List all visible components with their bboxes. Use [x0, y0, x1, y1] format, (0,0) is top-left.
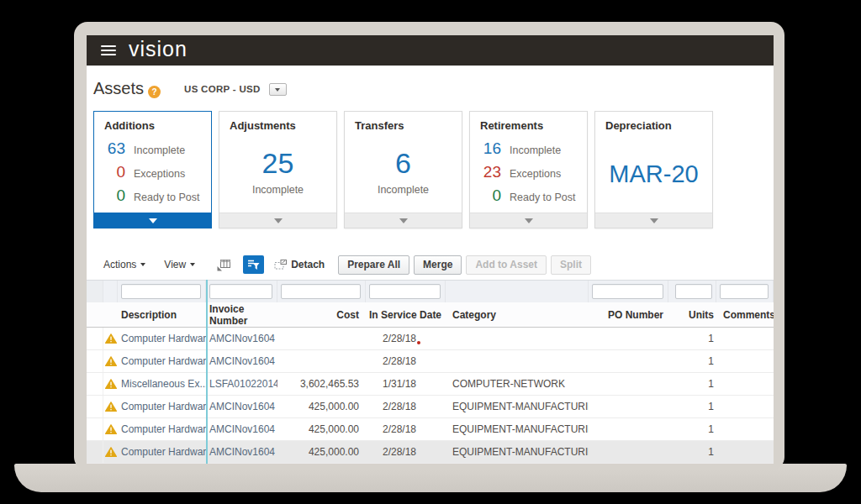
- cell-invoice[interactable]: AMCINov1604: [209, 401, 275, 412]
- cell-description[interactable]: Computer Hardware: [121, 423, 206, 435]
- stat-value[interactable]: 0: [470, 186, 501, 205]
- cell-description[interactable]: Computer Hardware: [121, 446, 206, 458]
- detach-button[interactable]: Detach: [274, 259, 325, 270]
- col-header-invoice[interactable]: Invoice Number: [206, 303, 277, 327]
- warning-icon: [105, 424, 117, 434]
- filter-category-cell: [446, 281, 589, 302]
- cell-description[interactable]: Miscellaneous Ex...: [121, 378, 206, 390]
- col-header-date[interactable]: In Service Date: [366, 309, 446, 321]
- card-expand-button[interactable]: [470, 213, 587, 228]
- cell-invoice[interactable]: LSFA01022014: [209, 378, 277, 390]
- card-value[interactable]: 6: [345, 147, 462, 180]
- stat-value[interactable]: 63: [94, 139, 125, 158]
- table-row[interactable]: Computer Hardware AMCINov1604 2/28/18 1: [87, 328, 774, 350]
- filter-date-input[interactable]: [369, 284, 441, 299]
- table-row[interactable]: Miscellaneous Ex... LSFA01022014 3,602,4…: [87, 373, 774, 396]
- cell-invoice[interactable]: AMCINov1604: [209, 355, 275, 367]
- cell-description[interactable]: Computer Hardware: [121, 355, 206, 367]
- hamburger-icon[interactable]: [101, 45, 116, 55]
- stat-value[interactable]: 0: [94, 163, 125, 181]
- card-value-label: Incomplete: [219, 184, 336, 196]
- cell-description[interactable]: Computer Hardware: [121, 401, 206, 412]
- table-filter-row: [87, 280, 774, 302]
- stat-value[interactable]: 0: [94, 186, 125, 205]
- cell-units: 1: [668, 355, 716, 367]
- col-header-po[interactable]: PO Number: [589, 309, 668, 321]
- cell-invoice[interactable]: AMCINov1604: [209, 423, 275, 435]
- stat-value[interactable]: 16: [470, 139, 501, 158]
- row-header-cell[interactable]: [87, 350, 103, 372]
- merge-button[interactable]: Merge: [414, 255, 462, 275]
- cell-date: 2/28/18: [383, 401, 416, 412]
- table-row[interactable]: Computer Hardware AMCINov1604 2/28/18 1: [87, 350, 774, 373]
- filter-invoice-input[interactable]: [209, 284, 272, 299]
- stat-label: Ready to Post: [134, 192, 200, 203]
- stat-label: Exceptions: [510, 168, 561, 180]
- cell-cost: 425,000.00: [277, 446, 366, 458]
- business-unit-label: US CORP - USD: [184, 84, 261, 94]
- split-button: Split: [551, 255, 591, 275]
- filter-po-input[interactable]: [592, 284, 663, 299]
- table-row-selected[interactable]: Computer Hardware AMCINov1604 425,000.00…: [87, 441, 774, 464]
- card-expand-button[interactable]: [595, 213, 712, 228]
- app-header-bar: vision: [87, 35, 774, 66]
- row-header-cell[interactable]: [87, 373, 103, 395]
- row-header-cell[interactable]: [87, 328, 103, 349]
- frozen-column-divider[interactable]: [206, 280, 208, 464]
- card-title: Adjustments: [230, 119, 336, 132]
- row-header-cell[interactable]: [87, 396, 103, 417]
- card-expand-button[interactable]: [94, 213, 211, 228]
- cell-units: 1: [668, 446, 716, 458]
- col-header-cost[interactable]: Cost: [277, 309, 366, 321]
- card-adjustments[interactable]: Adjustments 25 Incomplete: [219, 111, 337, 228]
- card-expand-button[interactable]: [345, 213, 462, 228]
- cell-description[interactable]: Computer Hardware: [121, 333, 206, 344]
- col-header-comments[interactable]: Comments: [716, 309, 774, 321]
- col-header-category[interactable]: Category: [446, 309, 589, 321]
- prepare-all-button[interactable]: Prepare All: [338, 255, 409, 275]
- warning-icon: [105, 379, 117, 389]
- row-header-cell[interactable]: [87, 418, 103, 440]
- warning-icon: [105, 402, 117, 412]
- card-retirements[interactable]: Retirements 16Incomplete 23Exceptions 0R…: [469, 111, 588, 228]
- table-row[interactable]: Computer Hardware AMCINov1604 425,000.00…: [87, 418, 774, 441]
- card-depreciation[interactable]: Depreciation MAR-20: [594, 111, 713, 228]
- filter-cost-input[interactable]: [281, 284, 361, 299]
- col-header-units[interactable]: Units: [668, 309, 716, 321]
- device-mockup: vision Assets ? US CORP - USD Additions …: [0, 0, 861, 504]
- col-header-description[interactable]: Description: [118, 309, 206, 321]
- card-transfers[interactable]: Transfers 6 Incomplete: [344, 111, 462, 228]
- card-additions[interactable]: Additions 63Incomplete 0Exceptions 0Read…: [93, 111, 212, 228]
- page-title: Assets: [93, 79, 144, 98]
- actions-menu[interactable]: Actions: [103, 259, 145, 270]
- card-expand-icon: [149, 218, 157, 223]
- table-header-row: Description Invoice Number Cost In Servi…: [87, 302, 774, 328]
- chevron-down-icon: [140, 263, 145, 266]
- card-expand-button[interactable]: [219, 213, 336, 228]
- help-icon[interactable]: ?: [148, 86, 161, 98]
- filter-description-input[interactable]: [121, 284, 201, 299]
- cell-cost: 425,000.00: [277, 423, 366, 435]
- cell-units: 1: [668, 378, 716, 390]
- query-by-example-button[interactable]: [243, 255, 264, 274]
- view-menu[interactable]: View: [164, 259, 195, 270]
- card-value[interactable]: 25: [219, 147, 336, 180]
- table-row[interactable]: Computer Hardware AMCINov1604 425,000.00…: [87, 396, 774, 418]
- stat-value[interactable]: 23: [470, 163, 501, 181]
- table-toolbar: Actions View Detach Prepare All Merge Ad…: [87, 252, 774, 277]
- business-unit-dropdown[interactable]: [269, 83, 287, 96]
- cell-invoice[interactable]: AMCINov1604: [209, 446, 275, 458]
- card-value[interactable]: MAR-20: [595, 160, 712, 188]
- warning-icon: [105, 333, 117, 344]
- cell-category: COMPUTER-NETWORK: [446, 378, 589, 390]
- infotile-bar: Additions 63Incomplete 0Exceptions 0Read…: [93, 111, 774, 228]
- filter-units-input[interactable]: [675, 284, 712, 299]
- app-logo: vision: [129, 37, 188, 61]
- cell-units: 1: [668, 333, 716, 344]
- filter-comments-input[interactable]: [720, 284, 769, 299]
- page-header: Assets ? US CORP - USD: [87, 66, 774, 111]
- row-header-cell[interactable]: [87, 441, 103, 463]
- freeze-icon[interactable]: [217, 259, 231, 271]
- stat-label: Incomplete: [510, 144, 561, 156]
- cell-invoice[interactable]: AMCINov1604: [209, 333, 275, 344]
